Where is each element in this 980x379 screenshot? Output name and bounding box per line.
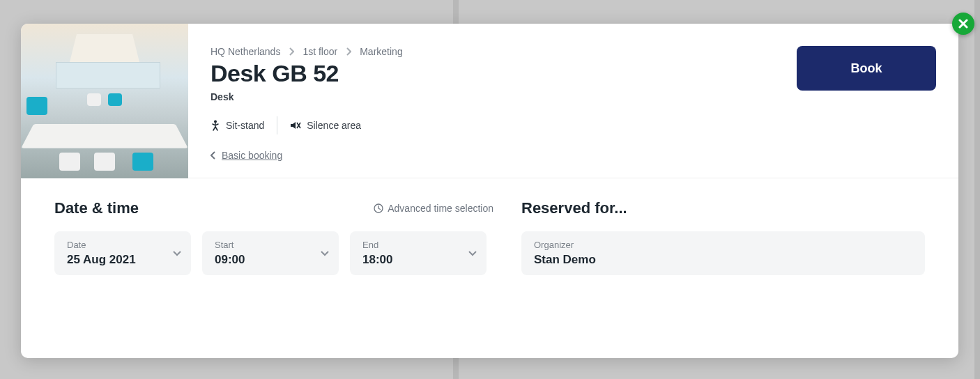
feature-sit-stand: Sit-stand xyxy=(210,120,277,131)
advanced-time-label: Advanced time selection xyxy=(388,203,493,214)
booking-modal: HQ Netherlands 1st floor Marketing Desk … xyxy=(21,24,958,358)
basic-booking-link[interactable]: Basic booking xyxy=(210,150,936,161)
chevron-down-icon xyxy=(173,251,181,256)
mute-icon xyxy=(290,121,301,130)
field-value: 18:00 xyxy=(362,253,474,267)
modal-header: HQ Netherlands 1st floor Marketing Desk … xyxy=(21,24,958,178)
chevron-right-icon xyxy=(346,47,351,56)
feature-label: Silence area xyxy=(307,120,361,131)
field-label: Date xyxy=(67,240,178,250)
section-title-datetime: Date & time xyxy=(54,199,139,217)
breadcrumb-location[interactable]: HQ Netherlands xyxy=(210,46,280,57)
breadcrumb-area[interactable]: Marketing xyxy=(360,46,402,57)
start-time-picker[interactable]: Start 09:00 xyxy=(202,231,339,275)
person-icon xyxy=(210,120,220,131)
field-value: 09:00 xyxy=(215,253,326,267)
section-title-reserved: Reserved for... xyxy=(521,199,627,217)
breadcrumb-floor[interactable]: 1st floor xyxy=(303,46,337,57)
chevron-down-icon xyxy=(321,251,329,256)
feature-list: Sit-stand Silence area xyxy=(210,116,936,134)
svg-point-0 xyxy=(214,121,217,123)
date-time-section: Date & time Advanced time selection Date… xyxy=(54,199,493,337)
close-icon xyxy=(958,19,968,29)
field-value: Stan Demo xyxy=(534,253,912,267)
chevron-down-icon xyxy=(468,251,477,256)
room-photo xyxy=(21,24,188,178)
chevron-left-icon xyxy=(210,151,216,160)
feature-label: Sit-stand xyxy=(226,120,264,131)
field-label: Organizer xyxy=(534,240,912,250)
end-time-picker[interactable]: End 18:00 xyxy=(350,231,487,275)
close-button[interactable] xyxy=(952,13,974,35)
organizer-field[interactable]: Organizer Stan Demo xyxy=(521,231,925,275)
clock-icon xyxy=(374,203,383,213)
advanced-time-link[interactable]: Advanced time selection xyxy=(374,203,493,214)
reserved-for-section: Reserved for... Organizer Stan Demo xyxy=(521,199,925,337)
header-content: HQ Netherlands 1st floor Marketing Desk … xyxy=(188,24,958,178)
book-button[interactable]: Book xyxy=(797,46,936,91)
field-value: 25 Aug 2021 xyxy=(67,253,178,267)
modal-body: Date & time Advanced time selection Date… xyxy=(21,178,958,358)
back-link-label: Basic booking xyxy=(222,150,282,161)
field-label: End xyxy=(362,240,474,250)
field-label: Start xyxy=(215,240,326,250)
feature-silence: Silence area xyxy=(277,120,374,131)
chevron-right-icon xyxy=(289,47,294,56)
resource-type: Desk xyxy=(210,91,936,102)
date-picker[interactable]: Date 25 Aug 2021 xyxy=(54,231,191,275)
